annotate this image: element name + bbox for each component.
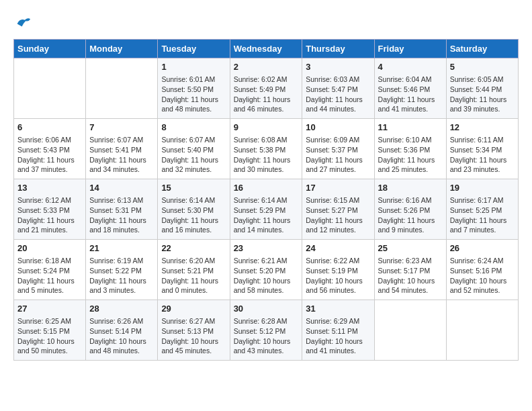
calendar-cell: 31Sunrise: 6:29 AMSunset: 5:11 PMDayligh… bbox=[302, 300, 374, 361]
day-number: 13 bbox=[17, 182, 82, 194]
day-info: Sunrise: 6:24 AMSunset: 5:16 PMDaylight:… bbox=[450, 256, 515, 295]
day-info: Sunrise: 6:02 AMSunset: 5:49 PMDaylight:… bbox=[234, 75, 299, 114]
day-info: Sunrise: 6:07 AMSunset: 5:40 PMDaylight:… bbox=[161, 135, 226, 175]
day-number: 6 bbox=[17, 122, 82, 134]
day-number: 9 bbox=[234, 122, 299, 134]
day-info: Sunrise: 6:29 AMSunset: 5:11 PMDaylight:… bbox=[306, 316, 370, 356]
day-number: 21 bbox=[89, 242, 154, 255]
day-info: Sunrise: 6:22 AMSunset: 5:19 PMDaylight:… bbox=[306, 256, 370, 295]
calendar-cell: 25Sunrise: 6:23 AMSunset: 5:17 PMDayligh… bbox=[374, 240, 446, 300]
calendar-cell: 11Sunrise: 6:10 AMSunset: 5:36 PMDayligh… bbox=[374, 119, 446, 179]
calendar-cell: 17Sunrise: 6:15 AMSunset: 5:27 PMDayligh… bbox=[302, 179, 374, 240]
calendar-cell: 29Sunrise: 6:27 AMSunset: 5:13 PMDayligh… bbox=[158, 300, 230, 361]
calendar-cell: 10Sunrise: 6:09 AMSunset: 5:37 PMDayligh… bbox=[302, 119, 374, 179]
calendar-cell: 26Sunrise: 6:24 AMSunset: 5:16 PMDayligh… bbox=[446, 240, 518, 300]
day-info: Sunrise: 6:10 AMSunset: 5:36 PMDaylight:… bbox=[378, 135, 443, 175]
calendar-cell: 1Sunrise: 6:01 AMSunset: 5:50 PMDaylight… bbox=[158, 58, 230, 119]
calendar-cell: 20Sunrise: 6:18 AMSunset: 5:24 PMDayligh… bbox=[14, 240, 86, 300]
day-number: 19 bbox=[450, 182, 515, 194]
day-number: 4 bbox=[378, 61, 443, 73]
calendar-week-4: 20Sunrise: 6:18 AMSunset: 5:24 PMDayligh… bbox=[14, 240, 519, 300]
day-info: Sunrise: 6:12 AMSunset: 5:33 PMDaylight:… bbox=[17, 195, 82, 235]
calendar-cell: 15Sunrise: 6:14 AMSunset: 5:30 PMDayligh… bbox=[158, 179, 230, 240]
calendar-cell bbox=[86, 58, 158, 119]
day-number: 28 bbox=[89, 303, 154, 315]
day-info: Sunrise: 6:23 AMSunset: 5:17 PMDaylight:… bbox=[378, 256, 443, 295]
day-number: 12 bbox=[450, 122, 515, 134]
day-info: Sunrise: 6:27 AMSunset: 5:13 PMDaylight:… bbox=[161, 316, 226, 356]
day-number: 27 bbox=[17, 303, 82, 315]
calendar-cell bbox=[14, 58, 86, 119]
calendar-cell: 18Sunrise: 6:16 AMSunset: 5:26 PMDayligh… bbox=[374, 179, 446, 240]
page-header bbox=[13, 13, 519, 32]
day-info: Sunrise: 6:15 AMSunset: 5:27 PMDaylight:… bbox=[306, 195, 370, 235]
calendar-cell: 2Sunrise: 6:02 AMSunset: 5:49 PMDaylight… bbox=[230, 58, 302, 119]
day-info: Sunrise: 6:19 AMSunset: 5:22 PMDaylight:… bbox=[89, 256, 154, 295]
logo bbox=[13, 13, 35, 32]
day-number: 3 bbox=[306, 61, 370, 73]
day-number: 2 bbox=[234, 61, 299, 73]
day-number: 29 bbox=[161, 303, 226, 315]
day-info: Sunrise: 6:17 AMSunset: 5:25 PMDaylight:… bbox=[450, 195, 515, 235]
calendar-cell: 23Sunrise: 6:21 AMSunset: 5:20 PMDayligh… bbox=[230, 240, 302, 300]
calendar-week-1: 1Sunrise: 6:01 AMSunset: 5:50 PMDaylight… bbox=[14, 58, 519, 119]
logo-icon bbox=[13, 13, 32, 32]
day-info: Sunrise: 6:13 AMSunset: 5:31 PMDaylight:… bbox=[89, 195, 154, 235]
day-number: 25 bbox=[378, 242, 443, 255]
day-info: Sunrise: 6:28 AMSunset: 5:12 PMDaylight:… bbox=[234, 316, 299, 356]
day-info: Sunrise: 6:21 AMSunset: 5:20 PMDaylight:… bbox=[234, 256, 299, 295]
calendar-week-3: 13Sunrise: 6:12 AMSunset: 5:33 PMDayligh… bbox=[14, 179, 519, 240]
day-info: Sunrise: 6:04 AMSunset: 5:46 PMDaylight:… bbox=[378, 75, 443, 114]
calendar-cell: 6Sunrise: 6:06 AMSunset: 5:43 PMDaylight… bbox=[14, 119, 86, 179]
day-number: 14 bbox=[89, 182, 154, 194]
day-number: 23 bbox=[234, 242, 299, 255]
calendar-cell: 5Sunrise: 6:05 AMSunset: 5:44 PMDaylight… bbox=[446, 58, 518, 119]
calendar-cell: 22Sunrise: 6:20 AMSunset: 5:21 PMDayligh… bbox=[158, 240, 230, 300]
day-info: Sunrise: 6:16 AMSunset: 5:26 PMDaylight:… bbox=[378, 195, 443, 235]
day-number: 24 bbox=[306, 242, 370, 255]
day-number: 18 bbox=[378, 182, 443, 194]
day-number: 15 bbox=[161, 182, 226, 194]
header-row: SundayMondayTuesdayWednesdayThursdayFrid… bbox=[14, 40, 519, 58]
calendar-cell: 13Sunrise: 6:12 AMSunset: 5:33 PMDayligh… bbox=[14, 179, 86, 240]
calendar-cell: 12Sunrise: 6:11 AMSunset: 5:34 PMDayligh… bbox=[446, 119, 518, 179]
calendar-cell: 4Sunrise: 6:04 AMSunset: 5:46 PMDaylight… bbox=[374, 58, 446, 119]
calendar-cell: 27Sunrise: 6:25 AMSunset: 5:15 PMDayligh… bbox=[14, 300, 86, 361]
day-number: 26 bbox=[450, 242, 515, 255]
day-number: 22 bbox=[161, 242, 226, 255]
day-header-tuesday: Tuesday bbox=[158, 40, 230, 58]
calendar-cell bbox=[374, 300, 446, 361]
day-number: 31 bbox=[306, 303, 370, 315]
day-info: Sunrise: 6:06 AMSunset: 5:43 PMDaylight:… bbox=[17, 135, 82, 175]
day-info: Sunrise: 6:14 AMSunset: 5:29 PMDaylight:… bbox=[234, 195, 299, 235]
calendar-cell: 24Sunrise: 6:22 AMSunset: 5:19 PMDayligh… bbox=[302, 240, 374, 300]
day-header-sunday: Sunday bbox=[14, 40, 86, 58]
day-number: 20 bbox=[17, 242, 82, 255]
calendar-cell: 16Sunrise: 6:14 AMSunset: 5:29 PMDayligh… bbox=[230, 179, 302, 240]
day-number: 17 bbox=[306, 182, 370, 194]
day-info: Sunrise: 6:26 AMSunset: 5:14 PMDaylight:… bbox=[89, 316, 154, 356]
calendar-cell: 21Sunrise: 6:19 AMSunset: 5:22 PMDayligh… bbox=[86, 240, 158, 300]
day-number: 30 bbox=[234, 303, 299, 315]
day-info: Sunrise: 6:09 AMSunset: 5:37 PMDaylight:… bbox=[306, 135, 370, 175]
day-number: 7 bbox=[89, 122, 154, 134]
day-info: Sunrise: 6:01 AMSunset: 5:50 PMDaylight:… bbox=[161, 75, 226, 114]
calendar-cell: 3Sunrise: 6:03 AMSunset: 5:47 PMDaylight… bbox=[302, 58, 374, 119]
day-header-wednesday: Wednesday bbox=[230, 40, 302, 58]
day-info: Sunrise: 6:11 AMSunset: 5:34 PMDaylight:… bbox=[450, 135, 515, 175]
calendar-cell: 14Sunrise: 6:13 AMSunset: 5:31 PMDayligh… bbox=[86, 179, 158, 240]
day-header-friday: Friday bbox=[374, 40, 446, 58]
day-number: 1 bbox=[161, 61, 226, 73]
day-header-monday: Monday bbox=[86, 40, 158, 58]
day-number: 11 bbox=[378, 122, 443, 134]
day-info: Sunrise: 6:14 AMSunset: 5:30 PMDaylight:… bbox=[161, 195, 226, 235]
calendar-table: SundayMondayTuesdayWednesdayThursdayFrid… bbox=[13, 39, 519, 361]
calendar-week-5: 27Sunrise: 6:25 AMSunset: 5:15 PMDayligh… bbox=[14, 300, 519, 361]
day-info: Sunrise: 6:05 AMSunset: 5:44 PMDaylight:… bbox=[450, 75, 515, 114]
calendar-week-2: 6Sunrise: 6:06 AMSunset: 5:43 PMDaylight… bbox=[14, 119, 519, 179]
day-info: Sunrise: 6:08 AMSunset: 5:38 PMDaylight:… bbox=[234, 135, 299, 175]
day-header-thursday: Thursday bbox=[302, 40, 374, 58]
calendar-cell: 9Sunrise: 6:08 AMSunset: 5:38 PMDaylight… bbox=[230, 119, 302, 179]
day-info: Sunrise: 6:25 AMSunset: 5:15 PMDaylight:… bbox=[17, 316, 82, 356]
calendar-cell: 19Sunrise: 6:17 AMSunset: 5:25 PMDayligh… bbox=[446, 179, 518, 240]
